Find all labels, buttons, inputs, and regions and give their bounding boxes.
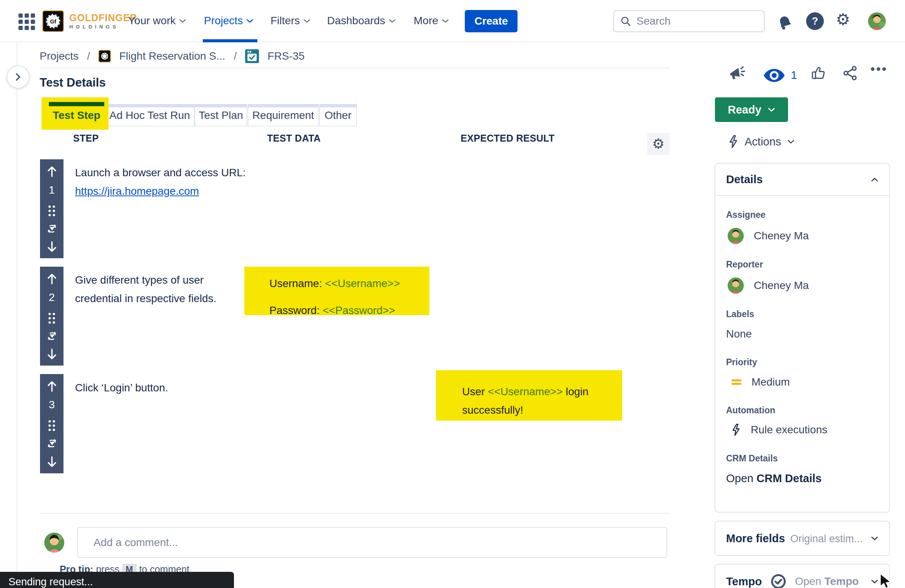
settings-gear-icon[interactable]: ⚙ — [836, 12, 850, 28]
watch-count[interactable]: 1 — [791, 68, 797, 82]
reporter-label: Reporter — [726, 259, 878, 270]
breadcrumb-issue-key[interactable]: FRS-35 — [267, 50, 304, 62]
nav-filters[interactable]: Filters — [270, 0, 311, 42]
drag-handle-icon[interactable] — [48, 205, 55, 216]
notifications-bell-icon[interactable] — [777, 15, 793, 31]
breadcrumb-divider — [40, 68, 670, 68]
chevron-down-icon — [871, 536, 878, 541]
col-header-test-data: TEST DATA — [267, 133, 321, 144]
move-down-icon[interactable] — [46, 241, 58, 253]
expected-result-highlight[interactable]: User <<Username>> login successfully! — [436, 370, 622, 421]
nav-more[interactable]: More — [414, 0, 449, 42]
labels-label: Labels — [726, 309, 878, 319]
chevron-down-icon — [442, 18, 449, 23]
logo-wordmark-sub: HOLDINGS — [69, 24, 137, 29]
nav-your-work[interactable]: Your work — [128, 0, 186, 42]
breadcrumb-project[interactable]: Flight Reservation S... — [119, 50, 225, 62]
move-up-icon[interactable] — [46, 165, 58, 178]
nav-dashboards[interactable]: Dashboards — [327, 0, 396, 42]
breadcrumb: Projects / Flight Reservation S... / FRS… — [40, 49, 305, 63]
more-fields-panel[interactable]: More fields Original estim... — [715, 521, 890, 556]
chevron-right-icon — [15, 73, 21, 81]
tab-other[interactable]: Other — [319, 104, 357, 126]
test-data-highlight[interactable]: Username: <<Username>> Password: <<Passw… — [244, 267, 429, 315]
step-row-controls: 2 — [40, 267, 63, 366]
logo-monogram-icon: Gf — [42, 10, 64, 32]
breadcrumb-projects[interactable]: Projects — [40, 50, 78, 62]
clone-step-icon[interactable] — [46, 330, 58, 342]
feedback-megaphone-icon[interactable] — [728, 65, 745, 82]
content-divider — [40, 513, 670, 514]
user-avatar[interactable] — [868, 12, 886, 30]
create-button[interactable]: Create — [465, 10, 518, 32]
assignee-avatar — [728, 228, 744, 244]
step-link[interactable]: https://jira.homepage.com — [75, 185, 199, 197]
current-user-avatar — [44, 533, 64, 553]
chevron-down-icon — [179, 18, 186, 23]
search-box[interactable] — [613, 10, 765, 32]
share-icon[interactable] — [843, 65, 858, 81]
clone-step-icon[interactable] — [46, 222, 58, 235]
watch-eye-icon[interactable] — [763, 68, 785, 83]
automation-value[interactable]: Rule executions — [731, 423, 878, 436]
assignee-value[interactable]: Cheney Ma — [728, 228, 878, 244]
status-ready-button[interactable]: Ready — [715, 97, 788, 122]
mouse-cursor — [878, 573, 894, 588]
actions-menu[interactable]: Actions — [728, 135, 795, 149]
step-number: 2 — [49, 291, 55, 304]
chevron-down-icon — [389, 18, 396, 23]
sending-request-toast: Sending request... — [0, 572, 234, 588]
assignee-label: Assignee — [726, 210, 878, 220]
help-icon[interactable]: ? — [806, 12, 824, 30]
clone-step-icon[interactable] — [46, 437, 58, 449]
tab-test-step[interactable]: Test Step — [48, 104, 105, 126]
parameter-token: <<Username>> — [488, 386, 563, 398]
tab-ad-hoc-test-run[interactable]: Ad Hoc Test Run — [105, 104, 194, 126]
details-panel: Details Assignee Cheney Ma Reporter Chen… — [715, 163, 890, 513]
move-down-icon[interactable] — [46, 348, 58, 360]
chevron-down-icon — [246, 18, 254, 23]
details-panel-header[interactable]: Details — [715, 164, 889, 196]
parameter-token: <<Username>> — [325, 277, 400, 289]
step-row-controls: 1 — [40, 159, 63, 258]
chevron-down-icon — [871, 579, 878, 584]
nav-projects[interactable]: Projects — [204, 0, 254, 42]
drag-handle-icon[interactable] — [48, 420, 55, 431]
col-header-expected-result: EXPECTED RESULT — [461, 133, 554, 144]
comment-input[interactable] — [77, 527, 667, 558]
reporter-value[interactable]: Cheney Ma — [728, 277, 878, 294]
more-fields-summary: Original estim... — [790, 533, 863, 545]
more-actions-icon[interactable]: ••• — [870, 62, 888, 77]
parameter-token: <<Password>> — [323, 304, 395, 316]
chevron-down-icon — [768, 107, 775, 112]
priority-value[interactable]: Medium — [731, 376, 878, 388]
app-switcher-icon[interactable] — [18, 13, 35, 30]
gear-icon: ⚙ — [652, 137, 665, 151]
move-up-icon[interactable] — [46, 273, 58, 285]
sidebar-divider — [17, 42, 17, 588]
drag-handle-icon[interactable] — [48, 313, 55, 324]
labels-value[interactable]: None — [726, 328, 878, 340]
active-nav-underline — [203, 39, 257, 42]
reporter-avatar — [728, 277, 744, 294]
tempo-panel[interactable]: Tempo Open Tempo — [715, 564, 890, 588]
tab-requirement[interactable]: Requirement — [248, 104, 319, 126]
move-down-icon[interactable] — [46, 456, 58, 468]
tab-test-plan[interactable]: Test Plan — [195, 104, 247, 126]
step-number: 1 — [49, 184, 55, 196]
top-nav: Gf GOLDFINGER HOLDINGS Your work Project… — [0, 0, 905, 42]
table-settings-button[interactable]: ⚙ — [647, 133, 670, 155]
company-logo[interactable]: Gf GOLDFINGER HOLDINGS — [42, 10, 137, 32]
search-input[interactable] — [636, 15, 758, 27]
step-description[interactable]: Click ‘Login’ button. — [75, 379, 168, 397]
search-icon — [620, 16, 631, 27]
crm-details-link[interactable]: Open CRM Details — [726, 472, 878, 485]
automation-label: Automation — [726, 405, 878, 416]
priority-label: Priority — [726, 357, 878, 368]
expand-sidebar-button[interactable] — [7, 65, 30, 89]
vote-thumbs-up-icon[interactable] — [811, 65, 827, 81]
move-up-icon[interactable] — [46, 380, 58, 393]
step-description[interactable]: Launch a browser and access URL: https:/… — [75, 164, 246, 200]
step-description[interactable]: Give different types of user credential … — [75, 271, 216, 308]
step-number: 3 — [49, 399, 55, 411]
